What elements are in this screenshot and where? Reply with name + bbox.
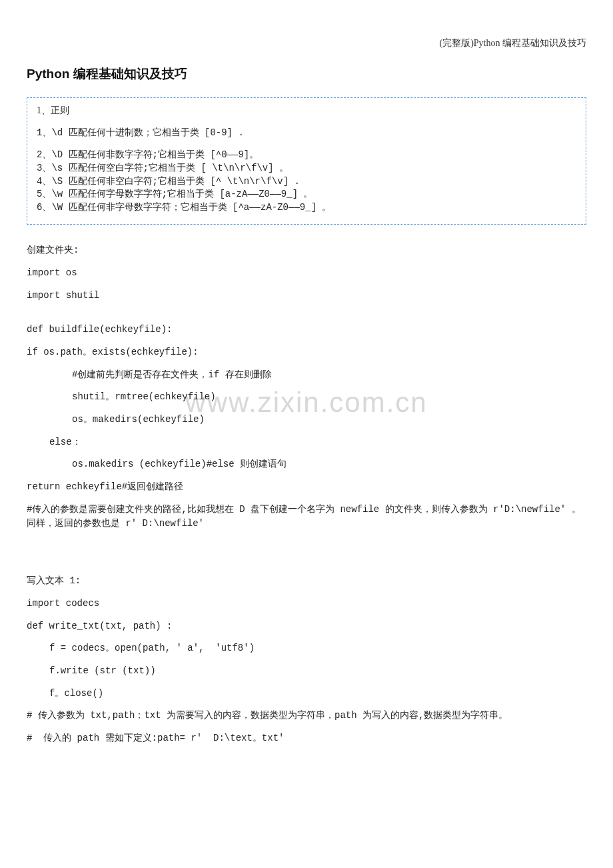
code-section-2: 写入文本 1: import codecs def write_txt(txt,… — [27, 574, 586, 746]
code-line: #创建前先判断是否存在文件夹，if 存在则删除 — [27, 368, 586, 383]
regex-line-2: 2、\D 匹配任何非数字字符;它相当于类 [^0——9]。 — [37, 149, 576, 161]
regex-line-6: 6、\W 匹配任何非字母数字字符；它相当于类 [^a——zA-Z0——9_] 。 — [37, 201, 576, 214]
code-line: import os — [27, 266, 586, 281]
code-line: return echkeyfile#返回创建路径 — [27, 480, 586, 495]
page-content: Python 编程基础知识及技巧 1、正则 1、\d 匹配任何十进制数；它相当于… — [0, 0, 613, 781]
regex-section-heading: 1、正则 — [37, 105, 576, 117]
code-line: # 传入的 path 需如下定义:path= r' D:\text。txt' — [27, 731, 586, 746]
regex-line-1: 1、\d 匹配任何十进制数；它相当于类 [0-9] . — [37, 127, 576, 139]
code-line: import shutil — [27, 289, 586, 303]
regex-box: 1、正则 1、\d 匹配任何十进制数；它相当于类 [0-9] . 2、\D 匹配… — [27, 97, 586, 225]
regex-line-3: 3、\s 匹配任何空白字符;它相当于类 [ \t\n\r\f\v] 。 — [37, 162, 576, 175]
regex-line-5: 5、\w 匹配任何字母数字字符;它相当于类 [a-zA——Z0——9_] 。 — [37, 188, 576, 201]
document-title: Python 编程基础知识及技巧 — [27, 65, 586, 83]
code-line: def write_txt(txt, path) : — [27, 619, 586, 634]
code-line: import codecs — [27, 597, 586, 611]
code-line: 创建文件夹: — [27, 243, 586, 258]
code-line: # 传入参数为 txt,path；txt 为需要写入的内容，数据类型为字符串，p… — [27, 709, 586, 723]
code-line: f = codecs。open(path, ' a', 'utf8') — [27, 641, 586, 656]
code-section-1: 创建文件夹: import os import shutil def build… — [27, 243, 586, 531]
code-line: os。makedirs(echkeyfile) — [27, 413, 586, 427]
code-line: os.makedirs (echkeyfile)#else 则创建语句 — [27, 457, 586, 472]
code-line: shutil。rmtree(echkeyfile) — [27, 390, 586, 405]
code-line: else： — [27, 435, 586, 450]
code-line: if os.path。exists(echkeyfile): — [27, 345, 586, 360]
code-line: f.write (str (txt)) — [27, 664, 586, 679]
code-line: f。close() — [27, 687, 586, 701]
code-line: def buildfile(echkeyfile): — [27, 323, 586, 337]
code-line: #传入的参数是需要创建文件夹的路径,比如我想在 D 盘下创建一个名字为 newf… — [27, 503, 586, 531]
code-line: 写入文本 1: — [27, 574, 586, 589]
regex-line-4: 4、\S 匹配任何非空白字符;它相当于类 [^ \t\n\r\f\v] . — [37, 175, 576, 188]
